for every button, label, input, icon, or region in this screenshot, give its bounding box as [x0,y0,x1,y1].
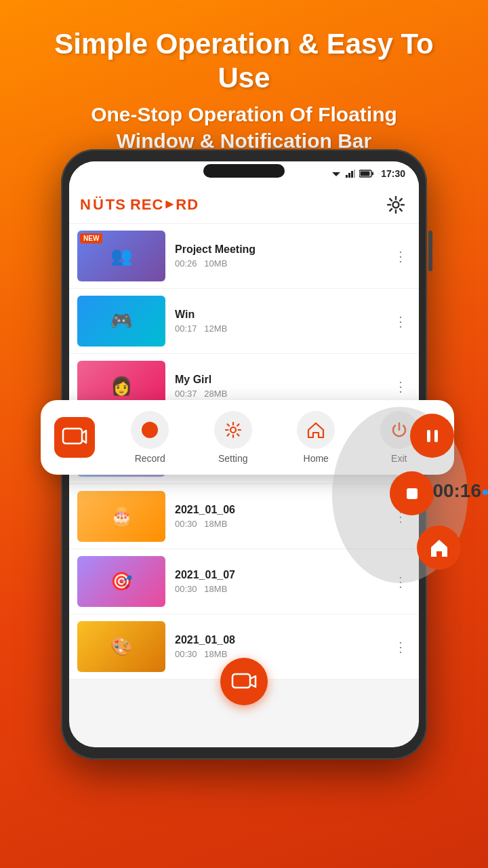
svg-marker-33 [308,423,323,437]
home-button[interactable]: Home [297,411,335,464]
home-label: Home [304,453,329,464]
header-section: Simple Operation & Easy To Use One-Stop … [0,0,488,167]
status-time: 17:30 [381,168,405,179]
home-circle [297,411,335,449]
phone-frame: 17:30 N Ü TS REC RD [61,149,427,760]
video-thumbnail: 🎂 [77,491,165,542]
logo-rd: RD [176,196,199,214]
home-overlay-button[interactable] [417,526,461,570]
video-item[interactable]: NEW 👥 Project Meeting 00:26 10MB ⋮ [69,224,419,289]
screen-record-logo-icon [62,425,87,450]
record-dot-icon [142,422,158,438]
svg-line-29 [227,425,229,427]
wifi-icon [331,170,342,178]
battery-icon [359,170,374,178]
video-item[interactable]: 🎮 Win 00:17 12MB ⋮ [69,289,419,354]
svg-line-20 [400,209,402,211]
video-title: 2021_01_08 [175,634,390,646]
more-options-button[interactable]: ⋮ [390,637,411,657]
video-meta: 00:26 10MB [175,258,390,269]
video-title: Project Meeting [175,243,390,256]
phone-side-button [428,231,432,271]
home-icon [307,421,325,439]
setting-gear-icon [224,421,242,439]
thumb-emoji: 🎮 [110,311,132,332]
stop-button[interactable] [390,471,434,515]
bottom-record-button[interactable] [220,658,268,705]
home-overlay-icon [429,538,449,558]
video-meta: 00:30 18MB [175,649,390,659]
video-thumbnail: 🎯 [77,556,165,607]
panel-logo [54,417,95,458]
video-thumbnail: 🎮 [77,296,165,347]
app-bar: N Ü TS REC RD [69,186,419,224]
phone-notch [203,164,285,178]
svg-line-30 [237,434,239,436]
status-icons: 17:30 [331,168,405,179]
stop-icon [403,485,421,502]
svg-marker-37 [431,540,447,557]
pause-button[interactable] [410,414,454,458]
svg-line-31 [237,425,239,427]
svg-marker-6 [332,172,340,176]
header-title-line2: One-Stop Operation Of Floating [91,103,397,125]
video-thumbnail: 🎨 [77,621,165,672]
svg-line-22 [390,209,392,211]
header-title-line1: Simple Operation & Easy To Use [27,27,461,96]
logo-rec: REC [130,196,163,214]
svg-rect-9 [351,171,353,178]
setting-button[interactable]: Setting [214,411,252,464]
svg-rect-13 [361,172,370,176]
record-label: Record [135,453,165,464]
video-meta: 00:37 28MB [175,389,390,399]
header-title-line3: Window & Notification Bar [117,130,371,152]
thumb-emoji: 👥 [110,245,132,267]
svg-rect-8 [348,173,350,178]
more-options-button[interactable]: ⋮ [390,376,411,397]
pause-icon [423,427,442,446]
logo-o-replacement: Ü [93,196,104,214]
svg-point-24 [230,427,236,433]
svg-line-19 [390,199,392,201]
svg-rect-12 [372,172,373,176]
svg-line-32 [227,434,229,436]
thumb-emoji: 👩 [110,376,132,397]
more-options-button[interactable]: ⋮ [390,311,411,332]
video-info: Win 00:17 12MB [175,309,390,334]
recording-overlay: 00:16 [332,407,468,597]
video-info: My Girl 00:37 28MB [175,374,390,399]
svg-rect-34 [427,430,430,442]
video-thumbnail: NEW 👥 [77,231,165,281]
video-info: 2021_01_08 00:30 18MB [175,634,390,659]
logo-nuts: N [80,196,92,214]
recording-timer: 00:16 [432,480,488,502]
logo-ts: TS [106,196,126,214]
video-meta: 00:17 12MB [175,323,390,334]
setting-circle [214,411,252,449]
header-subtitle: One-Stop Operation Of Floating Window & … [27,101,461,154]
record-circle [131,411,169,449]
more-options-button[interactable]: ⋮ [390,246,411,267]
new-badge: NEW [80,233,102,243]
svg-rect-7 [346,175,348,178]
logo-play-icon [165,201,174,209]
video-info: Project Meeting 00:26 10MB [175,243,390,269]
signal-icon [346,170,355,178]
svg-line-21 [400,199,402,201]
app-logo: N Ü TS REC RD [80,196,199,214]
phone-mockup: 17:30 N Ü TS REC RD [61,149,427,760]
video-title: My Girl [175,374,390,386]
svg-rect-10 [354,170,355,178]
video-title: Win [175,309,390,321]
svg-rect-35 [434,430,438,442]
record-button[interactable]: Record [131,411,169,464]
thumb-emoji: 🎨 [110,636,132,657]
thumb-emoji: 🎯 [110,571,132,592]
svg-rect-36 [407,488,418,499]
camera-record-icon [231,669,257,694]
svg-point-14 [393,201,399,208]
thumb-emoji: 🎂 [110,506,132,527]
svg-rect-23 [63,429,82,443]
settings-button[interactable] [384,193,408,217]
timer-dot-indicator [483,490,488,495]
